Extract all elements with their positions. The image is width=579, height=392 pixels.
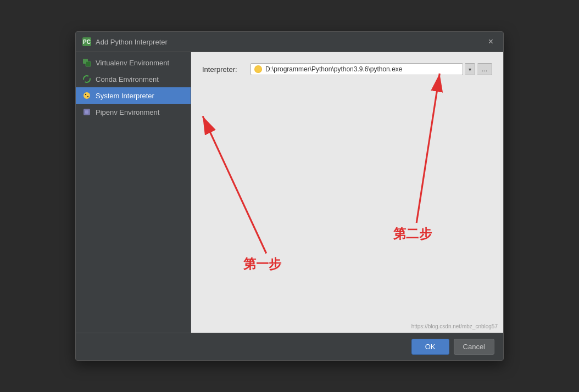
add-python-interpreter-dialog: PC Add Python Interpreter × Virtualenv E… [75, 31, 504, 361]
conda-icon [82, 75, 91, 83]
svg-point-3 [83, 92, 90, 99]
ok-button[interactable]: OK [411, 339, 449, 355]
title-bar-left: PC Add Python Interpreter [82, 37, 168, 46]
sidebar-item-label-system: System Interpreter [96, 92, 154, 100]
dialog-footer: OK Cancel [76, 333, 503, 360]
svg-rect-7 [85, 110, 88, 114]
interpreter-browse-button[interactable]: ... [477, 63, 492, 75]
dialog-title: Add Python Interpreter [96, 38, 168, 46]
dialog-body: Virtualenv Environment Conda Environment [76, 52, 503, 333]
svg-point-4 [85, 94, 86, 95]
sidebar-item-label-virtualenv: Virtualenv Environment [96, 59, 169, 67]
interpreter-field[interactable]: D:\programmer\Python\python3.9.6\python.… [250, 63, 463, 75]
python-icon [82, 91, 91, 100]
sidebar-item-system[interactable]: System Interpreter [76, 87, 191, 104]
interpreter-input-group: D:\programmer\Python\python3.9.6\python.… [250, 63, 492, 75]
sidebar-item-conda[interactable]: Conda Environment [76, 71, 191, 87]
sidebar-item-virtualenv[interactable]: Virtualenv Environment [76, 54, 191, 71]
main-content: Interpreter: D:\programmer\Python\python… [191, 52, 503, 333]
interpreter-field-python-icon [254, 65, 262, 73]
svg-text:第一步: 第一步 [243, 256, 282, 272]
svg-line-10 [203, 116, 266, 254]
svg-rect-1 [86, 61, 91, 66]
svg-point-2 [83, 76, 90, 82]
svg-line-11 [416, 74, 439, 223]
sidebar-item-label-pipenv: Pipenv Environment [96, 108, 159, 116]
cancel-button[interactable]: Cancel [454, 339, 494, 355]
svg-text:第二步: 第二步 [393, 226, 432, 241]
close-button[interactable]: × [485, 36, 497, 47]
sidebar: Virtualenv Environment Conda Environment [76, 52, 191, 333]
pipenv-icon [82, 108, 91, 116]
interpreter-label: Interpreter: [202, 65, 246, 74]
interpreter-path: D:\programmer\Python\python3.9.6\python.… [265, 65, 459, 73]
sidebar-item-pipenv[interactable]: Pipenv Environment [76, 104, 191, 120]
interpreter-dropdown-button[interactable]: ▾ [465, 63, 475, 75]
sidebar-item-label-conda: Conda Environment [96, 75, 159, 83]
virtualenv-icon [82, 58, 91, 67]
interpreter-row: Interpreter: D:\programmer\Python\python… [202, 63, 492, 75]
annotations-overlay: 第一步 第二步 [191, 52, 503, 333]
watermark: https://blog.csdn.net/mbz_cnblog57 [411, 323, 498, 329]
svg-point-5 [87, 96, 88, 97]
title-bar: PC Add Python Interpreter × [76, 32, 503, 52]
app-icon: PC [82, 37, 91, 46]
